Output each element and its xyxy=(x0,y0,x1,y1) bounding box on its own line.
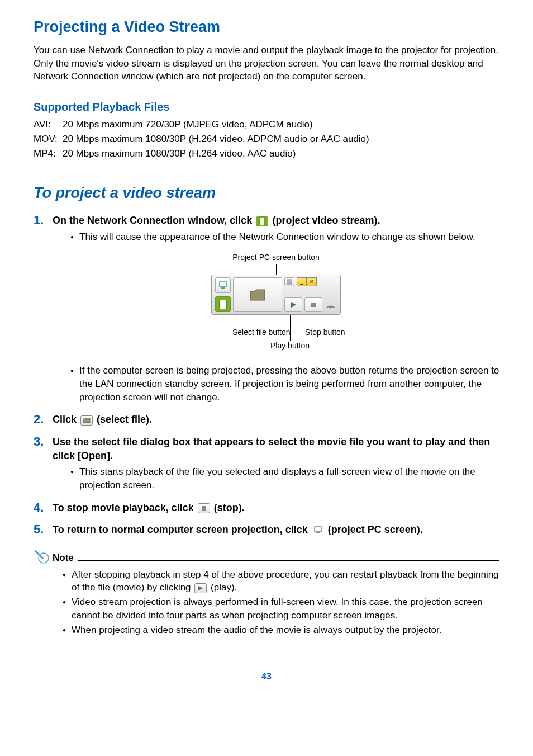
svg-rect-2 xyxy=(264,218,265,225)
filmstrip-icon xyxy=(256,216,268,226)
step-4: 4. To stop movie playback, click (stop). xyxy=(34,501,499,515)
step-number: 4. xyxy=(34,501,53,515)
svg-rect-15 xyxy=(202,506,206,511)
project-video-stream-button[interactable] xyxy=(215,296,231,312)
svg-rect-17 xyxy=(316,532,320,533)
pencil-icon xyxy=(34,549,49,564)
step-2: 2. Click (select file). xyxy=(34,413,499,427)
spec-text: 20 Mbps maximum 1080/30P (H.264 video, A… xyxy=(63,147,296,160)
step-5: 5. To return to normal computer screen p… xyxy=(34,523,499,537)
procedure-heading: To project a video stream xyxy=(34,183,499,204)
spec-text: 20 Mbps maximum 720/30P (MJPEG video, AD… xyxy=(63,118,313,131)
step-number: 2. xyxy=(34,413,53,427)
step-number: 3. xyxy=(34,435,53,493)
note-item: When projecting a video stream the audio… xyxy=(63,623,499,637)
svg-rect-7 xyxy=(226,300,227,309)
step-1: 1. On the Network Connection window, cli… xyxy=(34,214,499,405)
svg-rect-13 xyxy=(311,303,316,307)
close-button[interactable]: ✕ xyxy=(307,277,317,286)
folder-icon xyxy=(80,415,93,426)
window-controls: _ ✕ xyxy=(297,277,317,286)
svg-rect-1 xyxy=(259,218,260,225)
step-title: To stop movie playback, click (stop). xyxy=(53,501,499,515)
svg-marker-12 xyxy=(291,302,296,308)
step-title: On the Network Connection window, click … xyxy=(53,214,499,228)
network-connection-toolbar: _ ✕ xyxy=(211,275,341,315)
play-button[interactable] xyxy=(284,297,302,312)
spec-row-mp4: MP4: 20 Mbps maximum 1080/30P (H.264 vid… xyxy=(34,147,499,160)
menu-icon[interactable] xyxy=(284,277,294,286)
spec-label: MP4: xyxy=(34,147,63,160)
select-file-button[interactable] xyxy=(233,277,282,312)
step-number: 5. xyxy=(34,523,53,537)
spec-label: AVI: xyxy=(34,118,63,131)
svg-rect-5 xyxy=(220,300,226,309)
note-item: After stopping playback in step 4 of the… xyxy=(63,568,499,595)
svg-marker-19 xyxy=(198,586,203,590)
svg-rect-6 xyxy=(219,300,220,309)
monitor-icon xyxy=(312,525,324,535)
bullet-text: This starts playback of the file you sel… xyxy=(70,465,499,492)
spec-row-avi: AVI: 20 Mbps maximum 720/30P (MJPEG vide… xyxy=(34,118,499,131)
bullet-text: This will cause the appearance of the Ne… xyxy=(70,230,499,244)
stop-icon xyxy=(198,503,210,513)
note-block: Note After stopping playback in step 4 o… xyxy=(34,551,499,637)
svg-rect-4 xyxy=(221,287,225,289)
svg-point-14 xyxy=(330,306,332,308)
svg-rect-16 xyxy=(315,527,321,532)
bullet-text: If the computer screen is being projecte… xyxy=(70,364,499,404)
step-title: To return to normal computer screen proj… xyxy=(53,523,499,537)
spec-row-mov: MOV: 20 Mbps maximum 1080/30P (H.264 vid… xyxy=(34,133,499,146)
spec-label: MOV: xyxy=(34,133,63,146)
step-3: 3. Use the select file dialog box that a… xyxy=(34,435,499,493)
project-pc-screen-button[interactable] xyxy=(215,277,231,293)
page-number: 43 xyxy=(34,670,499,683)
spec-text: 20 Mbps maximum 1080/30P (H.264 video, A… xyxy=(63,133,369,146)
note-item: Video stream projection is always perfor… xyxy=(63,596,499,622)
note-label: Note xyxy=(53,551,74,565)
play-icon xyxy=(194,583,207,593)
figure-label-play: Play button xyxy=(270,341,310,352)
figure-label-top: Project PC screen button xyxy=(232,252,320,263)
svg-rect-3 xyxy=(220,282,226,287)
stop-button[interactable] xyxy=(304,297,322,312)
figure-label-stop: Stop button xyxy=(305,327,345,338)
intro-paragraph: You can use Network Connection to play a… xyxy=(34,44,499,83)
supported-heading: Supported Playback Files xyxy=(34,99,499,115)
step-title: Use the select file dialog box that appe… xyxy=(53,435,499,463)
minimize-button[interactable]: _ xyxy=(297,277,307,286)
wireless-icon xyxy=(325,301,337,309)
page-title: Projecting a Video Stream xyxy=(34,17,499,38)
divider xyxy=(78,560,499,561)
step-title: Click (select file). xyxy=(53,413,499,427)
toolbar-figure: Project PC screen button xyxy=(53,251,499,360)
step-number: 1. xyxy=(34,214,53,405)
